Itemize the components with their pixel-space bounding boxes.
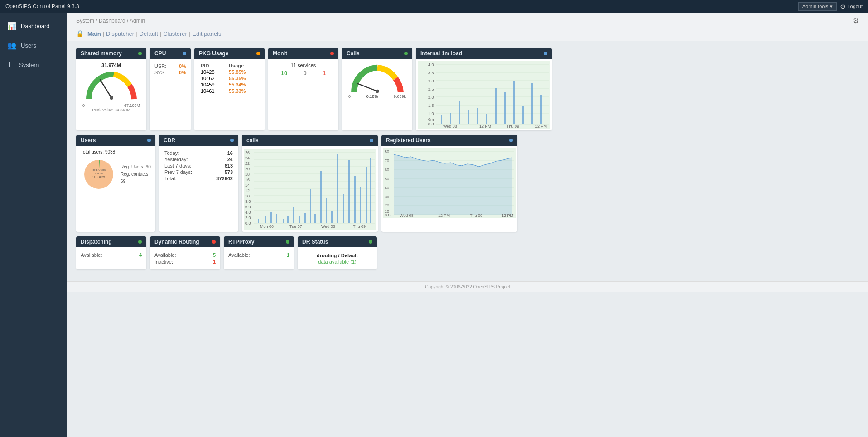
- pkg-usage-val: 55.85%: [227, 69, 260, 75]
- cards-row-3: Dispatching Available: 4 Dynamic Routing: [76, 236, 859, 269]
- cdr-total-label: Total:: [164, 176, 207, 181]
- svg-rect-67: [270, 212, 272, 223]
- svg-rect-21: [441, 115, 442, 124]
- cpu-body: USR: 0% SYS: 0%: [150, 59, 191, 80]
- svg-text:20: 20: [245, 167, 250, 171]
- shared-memory-gauge: [84, 70, 139, 101]
- registered-users-status: [509, 139, 513, 142]
- monit-status: [330, 52, 334, 55]
- calls-chart-card: calls 26 24 22 20 18 16: [242, 135, 378, 232]
- svg-point-3: [376, 90, 379, 93]
- pkg-usage-val: 55.33%: [227, 88, 260, 94]
- users-header: Users: [76, 135, 155, 146]
- nav-main[interactable]: Main: [87, 30, 101, 37]
- svg-text:Thu 09: Thu 09: [506, 124, 519, 129]
- power-icon: ⏻: [840, 4, 845, 9]
- svg-rect-28: [504, 92, 506, 124]
- svg-text:2.0: 2.0: [428, 95, 434, 100]
- cpu-card: CPU USR: 0% SYS: 0%: [150, 48, 191, 130]
- svg-text:4.0: 4.0: [245, 210, 251, 215]
- svg-text:0m: 0m: [428, 117, 434, 122]
- calls-gauge: [348, 62, 407, 94]
- cdr-7days-label: Last 7 days:: [164, 163, 207, 168]
- dynamic-routing-title: Dynamic Routing: [154, 239, 199, 245]
- sidebar: 📊 Dashboard 👥 Users 🖥 System: [0, 13, 67, 437]
- nav-dispatcher[interactable]: Dispatcher: [106, 30, 134, 37]
- admin-tools-button[interactable]: Admin tools ▾: [798, 2, 837, 11]
- cdr-today-label: Today:: [164, 150, 207, 156]
- calls-body: 0 0.18% 9.639k: [342, 59, 412, 102]
- monit-title: Monit: [273, 50, 287, 57]
- calls-header: Calls: [342, 48, 412, 59]
- dashboard-content: Shared memory 31.974M: [67, 41, 868, 281]
- cdr-card: CDR Today: 16 Yesterday:: [159, 135, 238, 232]
- users-total: Total users: 9038: [81, 149, 151, 154]
- svg-rect-26: [486, 114, 487, 124]
- pkg-title: PKG Usage: [199, 50, 228, 57]
- svg-rect-31: [531, 83, 533, 124]
- calls-chart-header: calls: [242, 135, 378, 146]
- dr-status-dot: [369, 240, 372, 244]
- gauge-min: 0: [82, 103, 85, 108]
- users-content: 99.34% Reg. Users 0.66% Reg. Users: 60 R…: [81, 156, 151, 192]
- svg-rect-32: [540, 95, 542, 124]
- logout-button[interactable]: ⏻ Logout: [840, 4, 863, 9]
- users-contacts: Reg. contacts: 69: [121, 171, 151, 185]
- svg-rect-73: [304, 213, 306, 223]
- svg-rect-23: [459, 101, 460, 124]
- svg-rect-85: [370, 158, 371, 223]
- svg-text:3.5: 3.5: [428, 71, 434, 75]
- dispatching-status: [138, 240, 142, 244]
- gauge-minmax: 0 67.109M: [81, 103, 142, 108]
- registered-users-chart: 80 70 60 50 40 30 20 10 0.0: [383, 148, 516, 218]
- shared-memory-peak: Peak value: 34.349M: [81, 108, 142, 112]
- gear-icon[interactable]: ⚙: [853, 16, 859, 25]
- svg-text:Mon 06: Mon 06: [260, 224, 274, 229]
- dispatching-available-val: 4: [139, 252, 142, 258]
- sidebar-item-system[interactable]: 🖥 System: [0, 55, 67, 74]
- svg-rect-83: [360, 187, 361, 223]
- internal-load-card: Internal 1m load 4.0 3.5 3.0 2.5 2.0: [416, 48, 552, 130]
- cdr-total-val: 372942: [207, 176, 233, 181]
- svg-rect-71: [293, 207, 294, 223]
- cpu-sys-val: 0%: [179, 70, 186, 75]
- cdr-row: Total: 372942: [164, 176, 233, 181]
- svg-text:0.0: 0.0: [428, 122, 434, 126]
- rtpproxy-body: Available: 1: [224, 247, 294, 263]
- calls-status: [404, 52, 408, 55]
- nav-clusterer[interactable]: Clusterer: [163, 30, 187, 37]
- cdr-status: [230, 139, 234, 142]
- monit-red-count: 1: [323, 70, 326, 77]
- svg-text:0.66%: 0.66%: [95, 172, 103, 175]
- users-stats: Reg. Users: 60 Reg. contacts: 69: [121, 163, 151, 185]
- svg-text:12: 12: [245, 188, 250, 193]
- dynamic-inactive-label: Inactive:: [154, 259, 173, 264]
- app-title: OpenSIPS Control Panel 9.3.3: [5, 3, 79, 10]
- pkg-col-pid: PID: [199, 62, 227, 69]
- svg-rect-69: [283, 219, 284, 223]
- nav-default[interactable]: Default: [140, 30, 158, 37]
- registered-users-title: Registered Users: [386, 137, 431, 144]
- rtpproxy-status: [286, 240, 289, 244]
- sidebar-item-users[interactable]: 👥 Users: [0, 36, 67, 55]
- nav-edit-panels[interactable]: Edit panels: [192, 30, 221, 37]
- svg-rect-29: [513, 81, 515, 124]
- users-reg: Reg. Users: 60: [121, 163, 151, 171]
- calls-min: 0: [348, 94, 351, 99]
- svg-text:2.5: 2.5: [428, 87, 434, 91]
- shared-memory-card: Shared memory 31.974M: [76, 48, 146, 130]
- rtpproxy-header: RTPProxy: [224, 236, 294, 247]
- svg-text:50: 50: [385, 177, 389, 181]
- users-status: [147, 139, 151, 142]
- svg-text:6.0: 6.0: [245, 205, 251, 209]
- svg-rect-72: [299, 216, 300, 223]
- svg-text:60: 60: [385, 168, 389, 172]
- pkg-pid: 10461: [199, 88, 227, 94]
- svg-rect-75: [314, 214, 316, 223]
- breadcrumb: System / Dashboard / Admin: [76, 18, 145, 24]
- calls-gauge-card: Calls: [342, 48, 412, 130]
- cpu-sys-label: SYS:: [154, 70, 166, 75]
- pie-svg: 99.34% Reg. Users 0.66%: [81, 156, 117, 192]
- sidebar-item-dashboard[interactable]: 📊 Dashboard: [0, 16, 67, 36]
- cards-row-2: Users Total users: 9038: [76, 135, 859, 232]
